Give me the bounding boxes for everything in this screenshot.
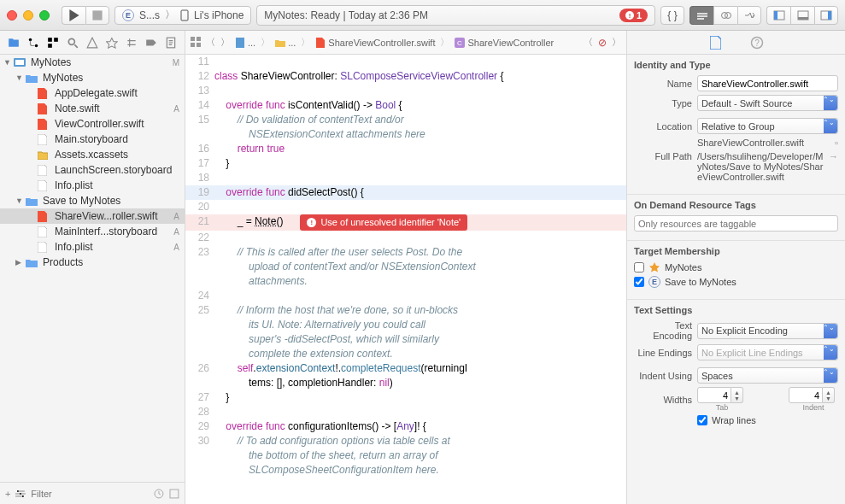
issue-nav-tab[interactable]	[85, 35, 100, 50]
tree-badge: A	[173, 104, 179, 114]
project-tree: ▼MyNotesM ▼MyNotes AppDelegate.swift Not…	[0, 55, 185, 482]
svg-text:?: ?	[754, 38, 760, 48]
breakpoint-nav-tab[interactable]	[144, 35, 159, 50]
tree-file[interactable]: Note.swiftA	[0, 101, 185, 116]
tree-file[interactable]: AppDelegate.swift	[0, 85, 185, 101]
tree-group[interactable]: ▶Products	[0, 255, 185, 270]
related-items-icon[interactable]	[191, 37, 201, 49]
full-path: /Users/hsuliheng/Developer/MyNotes/Save …	[697, 151, 824, 182]
close-icon[interactable]	[7, 10, 17, 21]
minimize-icon[interactable]	[23, 10, 33, 21]
breadcrumb[interactable]: ShareViewController.swift	[315, 38, 435, 48]
tree-label: Assets.xcassets	[55, 149, 128, 161]
tree-badge: A	[173, 243, 179, 252]
tree-label: Main.storyboard	[55, 133, 128, 145]
target-checkbox[interactable]: MyNotes	[634, 261, 838, 273]
target-checkbox[interactable]: ESave to MyNotes	[634, 276, 838, 288]
tree-project-root[interactable]: ▼MyNotesM	[0, 55, 185, 70]
scheme-selector[interactable]: E S...s 〉 Li's iPhone	[114, 6, 251, 25]
report-nav-tab[interactable]	[163, 35, 179, 50]
help-inspector-tab[interactable]: ?	[749, 35, 765, 50]
source-control-nav-tab[interactable]	[26, 35, 41, 50]
next-issue-button[interactable]: 〉	[612, 36, 621, 49]
svg-text:!: !	[628, 12, 631, 20]
svg-rect-28	[191, 43, 195, 47]
svg-rect-11	[828, 11, 831, 20]
tree-file[interactable]: Main.storyboard	[0, 132, 185, 147]
indent-width-stepper[interactable]: ▲▼	[789, 387, 838, 403]
breadcrumb[interactable]: ...	[275, 38, 296, 48]
error-indicator-icon[interactable]: ⊘	[598, 37, 607, 49]
debug-nav-tab[interactable]	[124, 35, 139, 50]
find-nav-tab[interactable]	[65, 35, 80, 50]
breadcrumb[interactable]: ...	[235, 38, 255, 48]
back-button[interactable]: 〈	[206, 36, 215, 49]
indent-select[interactable]: Spaces	[697, 367, 838, 384]
svg-rect-16	[48, 44, 52, 48]
tree-file[interactable]: ViewController.swift	[0, 116, 185, 132]
titlebar: E S...s 〉 Li's iPhone MyNotes: Ready | T…	[0, 0, 845, 31]
project-nav-tab[interactable]	[6, 35, 21, 50]
code-snippets-button[interactable]: { }	[660, 6, 684, 25]
jump-bar: 〈 〉 ...〉 ...〉 ShareViewController.swift〉…	[185, 31, 626, 55]
line-endings-select[interactable]: No Explicit Line Endings	[697, 344, 838, 360]
tab-width-stepper[interactable]: ▲▼	[697, 387, 747, 403]
svg-rect-15	[54, 38, 58, 42]
run-button[interactable]	[62, 6, 85, 25]
recent-filter-icon[interactable]	[154, 489, 164, 499]
field-label: Line Endings	[634, 348, 692, 358]
folder-icon[interactable]: ▫	[835, 138, 838, 148]
version-editor-button[interactable]	[737, 6, 761, 25]
status-app: MyNotes:	[264, 9, 310, 21]
tree-label: MyNotes	[31, 56, 71, 68]
symbol-nav-tab[interactable]	[45, 35, 61, 50]
wrap-lines-checkbox[interactable]: Wrap lines	[697, 415, 756, 425]
encoding-select[interactable]: No Explicit Encoding	[697, 323, 838, 339]
tree-file[interactable]: Info.plist	[0, 178, 185, 193]
error-count-badge[interactable]: ! 1	[619, 9, 648, 22]
toggle-navigator-button[interactable]	[766, 6, 790, 25]
zoom-icon[interactable]	[39, 10, 50, 21]
tree-file[interactable]: Info.plistA	[0, 239, 185, 255]
resource-tags-input	[634, 215, 838, 231]
tree-label: AppDelegate.swift	[55, 87, 138, 99]
name-input[interactable]	[697, 75, 838, 91]
tree-badge: A	[173, 212, 179, 221]
location-select[interactable]: Relative to Group	[697, 118, 838, 134]
prev-issue-button[interactable]: 〈	[584, 36, 593, 49]
code-editor[interactable]: 11 12class ShareViewController: SLCompos…	[185, 55, 626, 504]
tree-file[interactable]: MainInterf...storyboardA	[0, 224, 185, 239]
tree-file-selected[interactable]: ShareView...roller.swiftA	[0, 208, 185, 224]
svg-text:C: C	[458, 39, 463, 47]
file-inspector-tab[interactable]	[708, 35, 724, 50]
location-path: ShareViewController.swift	[697, 138, 830, 148]
test-nav-tab[interactable]	[104, 35, 120, 50]
tree-file[interactable]: Assets.xcassets	[0, 147, 185, 162]
tree-group[interactable]: ▼MyNotes	[0, 70, 185, 85]
tree-file[interactable]: LaunchScreen.storyboard	[0, 162, 185, 178]
filter-input[interactable]	[31, 489, 149, 499]
tree-group[interactable]: ▼Save to MyNotes	[0, 193, 185, 208]
breadcrumb[interactable]: CShareViewController	[455, 38, 554, 48]
reveal-icon[interactable]: →	[829, 151, 838, 161]
toggle-inspector-button[interactable]	[814, 6, 838, 25]
type-select[interactable]: Default - Swift Source	[697, 95, 838, 111]
assistant-editor-button[interactable]	[713, 6, 737, 25]
tree-label: ViewController.swift	[55, 118, 144, 130]
scm-filter-icon[interactable]	[169, 489, 179, 499]
tree-label: ShareView...roller.swift	[55, 210, 158, 222]
window-controls	[7, 10, 50, 21]
svg-rect-20	[15, 60, 24, 65]
standard-editor-button[interactable]	[689, 6, 713, 25]
forward-button[interactable]: 〉	[220, 36, 230, 49]
error-inline[interactable]: !Use of unresolved identifier 'Note'	[300, 214, 467, 231]
inspector-tabs: ?	[627, 31, 845, 55]
svg-rect-9	[798, 17, 808, 20]
svg-rect-1	[181, 10, 188, 21]
scheme-app-label: S...s	[139, 9, 160, 21]
toggle-debug-button[interactable]	[790, 6, 814, 25]
add-icon[interactable]: +	[5, 489, 10, 499]
activity-status: MyNotes: Ready | Today at 2:36 PM ! 1	[256, 5, 655, 26]
section-header: Text Settings	[634, 305, 838, 315]
stop-button[interactable]	[85, 6, 109, 25]
